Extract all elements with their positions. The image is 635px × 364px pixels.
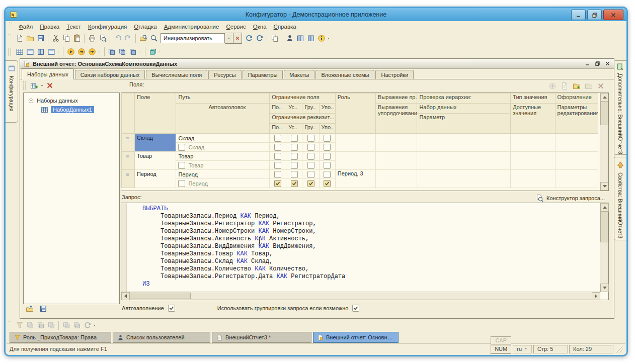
field-expression-cell[interactable] bbox=[376, 170, 417, 188]
undo-icon[interactable] bbox=[112, 33, 123, 44]
checkbox[interactable] bbox=[307, 180, 314, 187]
collapse-icon[interactable] bbox=[28, 98, 34, 104]
scroll-down-button[interactable] bbox=[600, 182, 609, 191]
tab-связи-наборов-данных[interactable]: Связи наборов данных bbox=[75, 70, 145, 79]
field-restriction-cell[interactable] bbox=[270, 170, 286, 179]
field-hierarchy-cell[interactable] bbox=[417, 152, 511, 170]
taskbar-item[interactable]: Роль _ПриходТовара: Права bbox=[10, 332, 111, 343]
checkbox[interactable] bbox=[324, 135, 331, 142]
field-expression-cell[interactable] bbox=[376, 152, 417, 170]
field-restriction-cell[interactable] bbox=[286, 134, 302, 143]
field-name-cell[interactable]: Период bbox=[135, 170, 176, 188]
scroll-up-button[interactable] bbox=[600, 93, 609, 102]
field-restriction-cell[interactable] bbox=[270, 134, 286, 143]
combobox-dropdown-icon[interactable] bbox=[225, 33, 233, 44]
checkbox[interactable] bbox=[274, 171, 281, 178]
toolbar-handle[interactable] bbox=[23, 81, 26, 89]
toolbar-handle[interactable] bbox=[9, 48, 11, 56]
field-role-cell[interactable] bbox=[335, 152, 375, 170]
field-restriction-cell[interactable] bbox=[286, 152, 302, 161]
syntax-check-module-icon[interactable] bbox=[254, 33, 265, 44]
checkbox[interactable] bbox=[291, 162, 298, 169]
taskbar-item[interactable]: Список пользователей bbox=[113, 332, 210, 343]
syntax-check-icon[interactable] bbox=[244, 33, 254, 44]
add-dataset-dropdown-icon[interactable] bbox=[39, 80, 44, 91]
toolbar-handle[interactable] bbox=[10, 22, 12, 30]
tab-макеты[interactable]: Макеты bbox=[284, 70, 314, 79]
menu-сервис[interactable]: Сервис bbox=[222, 23, 249, 31]
attr-restriction-cell[interactable] bbox=[286, 143, 302, 152]
row-drag-handle[interactable] bbox=[122, 152, 135, 170]
add-dataset-icon[interactable] bbox=[29, 80, 39, 91]
row-drag-handle[interactable] bbox=[122, 170, 135, 188]
checkbox[interactable] bbox=[324, 162, 331, 169]
auto-header-cell[interactable]: Склад bbox=[176, 143, 270, 152]
checkbox[interactable] bbox=[178, 180, 185, 187]
print-preview-icon[interactable] bbox=[97, 33, 108, 44]
document-minimize-icon[interactable] bbox=[583, 60, 592, 67]
attr-restriction-cell[interactable] bbox=[270, 179, 286, 188]
save-icon[interactable] bbox=[35, 33, 46, 44]
checkbox[interactable] bbox=[274, 180, 281, 187]
field-restriction-cell[interactable] bbox=[319, 170, 335, 179]
field-restriction-cell[interactable] bbox=[302, 134, 319, 143]
load-dataset-icon[interactable] bbox=[24, 303, 35, 314]
tab-вычисляемые-поля[interactable]: Вычисляемые поля bbox=[146, 70, 207, 79]
tab-настройки[interactable]: Настройки bbox=[375, 70, 414, 79]
attr-restriction-cell[interactable] bbox=[286, 161, 302, 170]
attr-restriction-cell[interactable] bbox=[286, 179, 302, 188]
field-name-cell[interactable]: Склад bbox=[135, 134, 176, 152]
field-hierarchy-cell[interactable] bbox=[417, 134, 511, 152]
combobox-value[interactable]: Инициализировать bbox=[161, 33, 225, 43]
delete-icon[interactable] bbox=[44, 80, 55, 91]
menu-файл[interactable]: Файл bbox=[15, 23, 36, 31]
checkbox[interactable] bbox=[324, 144, 331, 151]
checkbox[interactable] bbox=[274, 162, 281, 169]
merge-configuration-icon[interactable] bbox=[147, 47, 158, 57]
maximize-button[interactable] bbox=[587, 10, 602, 20]
scroll-down-button[interactable] bbox=[600, 284, 609, 292]
taskbar-item[interactable]: Внешний отчет: ОсновнаяСх... bbox=[313, 332, 399, 343]
resize-grip[interactable] bbox=[615, 345, 622, 352]
row-drag-handle[interactable] bbox=[122, 134, 135, 152]
checkbox[interactable] bbox=[324, 171, 331, 178]
use-grouping-checkbox[interactable] bbox=[352, 305, 359, 312]
dock-tab-additional[interactable]: Дополнительно: ВнешнийОтчет3 bbox=[613, 60, 626, 155]
checkbox[interactable] bbox=[291, 153, 298, 160]
toolbar-overflow[interactable]: . bbox=[139, 47, 141, 54]
tab-вложенные-схемы[interactable]: Вложенные схемы bbox=[315, 70, 374, 79]
field-restriction-cell[interactable] bbox=[319, 152, 335, 161]
attr-restriction-cell[interactable] bbox=[302, 179, 319, 188]
checkbox[interactable] bbox=[274, 153, 281, 160]
toolbar-overflow[interactable]: . bbox=[159, 47, 161, 54]
redo-icon[interactable] bbox=[123, 33, 133, 44]
field-value-type-cell[interactable] bbox=[511, 170, 555, 188]
scroll-left-button[interactable] bbox=[121, 292, 130, 300]
combobox-clear-icon[interactable] bbox=[233, 33, 242, 44]
dock-tab-properties[interactable]: Свойства: ВнешнийОтчет3 bbox=[613, 157, 626, 240]
checkbox[interactable] bbox=[307, 153, 314, 160]
field-path-cell[interactable]: Период bbox=[176, 170, 270, 179]
database-book-icon[interactable] bbox=[35, 47, 46, 57]
toolbar-overflow[interactable]: . bbox=[57, 47, 59, 54]
field-role-cell[interactable] bbox=[335, 134, 375, 152]
query-designer-link[interactable]: Конструктор запроса... bbox=[534, 193, 605, 203]
field-value-type-cell[interactable] bbox=[511, 134, 555, 152]
copy-doc-icon[interactable] bbox=[269, 33, 280, 44]
info-icon[interactable] bbox=[316, 33, 327, 44]
attach-debug-icon[interactable] bbox=[76, 47, 87, 57]
document-close-icon[interactable] bbox=[603, 60, 612, 67]
field-restriction-cell[interactable] bbox=[319, 134, 335, 143]
scroll-up-button[interactable] bbox=[600, 203, 609, 212]
add-folder-icon[interactable] bbox=[571, 80, 582, 91]
save-dataset-icon[interactable] bbox=[38, 303, 48, 314]
checkbox[interactable] bbox=[291, 144, 298, 151]
checkbox[interactable] bbox=[274, 144, 281, 151]
taskbar-item[interactable]: ВнешнийОтчет3 * bbox=[212, 332, 311, 343]
field-restriction-cell[interactable] bbox=[286, 170, 302, 179]
find-in-folder-icon[interactable] bbox=[138, 33, 148, 44]
compare-prev-icon[interactable] bbox=[107, 47, 117, 57]
compare-next-icon[interactable] bbox=[117, 47, 128, 57]
tab-наборы-данных[interactable]: Наборы данных bbox=[22, 68, 74, 79]
checkbox[interactable] bbox=[291, 171, 298, 178]
